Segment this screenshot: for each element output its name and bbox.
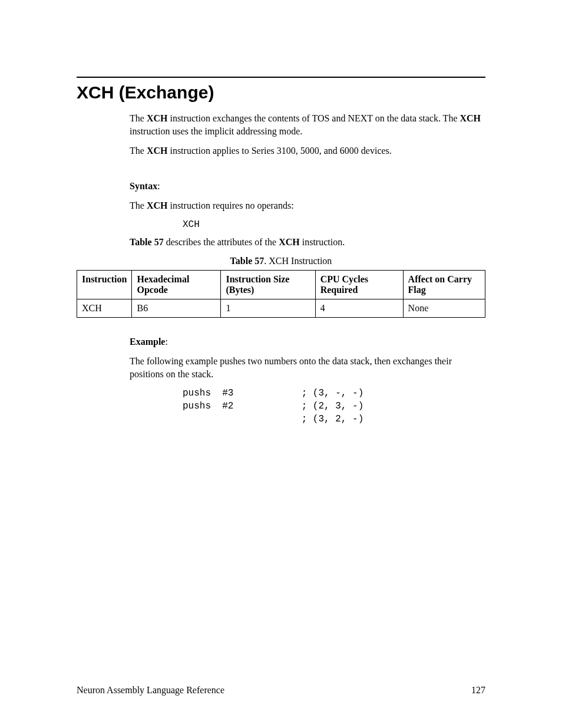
- cell: 4: [315, 299, 403, 317]
- cell: XCH: [77, 299, 132, 317]
- col-header: CPU Cycles Required: [315, 270, 403, 299]
- text: instruction.: [300, 237, 345, 247]
- table-reference: Table 57 describes the attributes of the…: [130, 236, 485, 249]
- horizontal-rule: [77, 77, 485, 78]
- label: Syntax: [130, 181, 157, 191]
- table-ref-label: Table 57: [130, 237, 164, 247]
- cell: 1: [221, 299, 315, 317]
- col-header: Affect on Carry Flag: [403, 270, 485, 299]
- instruction-name: XCH: [147, 146, 168, 156]
- page-footer: Neuron Assembly Language Reference 127: [77, 685, 485, 696]
- label: Example: [130, 337, 165, 347]
- instruction-name: XCH: [147, 200, 168, 210]
- text: instruction applies to Series 3100, 5000…: [167, 146, 391, 156]
- body-content: The XCH instruction exchanges the conten…: [130, 112, 485, 249]
- page-number: 127: [471, 685, 485, 696]
- cell: B6: [132, 299, 221, 317]
- instruction-name: XCH: [279, 237, 300, 247]
- example-section: Example: The following example pushes tw…: [130, 335, 485, 426]
- example-text: The following example pushes two numbers…: [130, 355, 485, 380]
- table-title: . XCH Instruction: [264, 256, 332, 266]
- example-heading: Example:: [130, 335, 485, 348]
- intro-paragraph-2: The XCH instruction applies to Series 31…: [130, 144, 485, 157]
- syntax-heading: Syntax:: [130, 180, 485, 193]
- col-header: Instruction Size (Bytes): [221, 270, 315, 299]
- instruction-table: Instruction Hexadecimal Opcode Instructi…: [77, 270, 485, 318]
- text: describes the attributes of the: [164, 237, 279, 247]
- text: The: [130, 113, 147, 123]
- table-number: Table 57: [230, 256, 265, 266]
- text: :: [157, 181, 160, 191]
- text: instruction requires no operands:: [167, 200, 293, 210]
- section-heading: XCH (Exchange): [77, 83, 485, 103]
- table-row: XCH B6 1 4 None: [77, 299, 485, 317]
- col-header: Instruction: [77, 270, 132, 299]
- syntax-text: The XCH instruction requires no operands…: [130, 199, 485, 212]
- text: instruction exchanges the contents of TO…: [167, 113, 459, 123]
- text: instruction uses the implicit addressing…: [130, 126, 302, 136]
- example-code: pushs #3 ; (3, -, -) pushs #2 ; (2, 3, -…: [183, 387, 485, 426]
- text: The: [130, 200, 147, 210]
- table-header-row: Instruction Hexadecimal Opcode Instructi…: [77, 270, 485, 299]
- text: The: [130, 146, 147, 156]
- text: :: [165, 337, 167, 347]
- instruction-name: XCH: [147, 113, 168, 123]
- col-header: Hexadecimal Opcode: [132, 270, 221, 299]
- cell: None: [403, 299, 485, 317]
- table-caption: Table 57. XCH Instruction: [77, 256, 485, 266]
- syntax-code: XCH: [183, 219, 485, 230]
- instruction-name: XCH: [459, 113, 481, 123]
- intro-paragraph-1: The XCH instruction exchanges the conten…: [130, 112, 485, 137]
- footer-title: Neuron Assembly Language Reference: [77, 685, 224, 696]
- page: XCH (Exchange) The XCH instruction excha…: [0, 0, 562, 728]
